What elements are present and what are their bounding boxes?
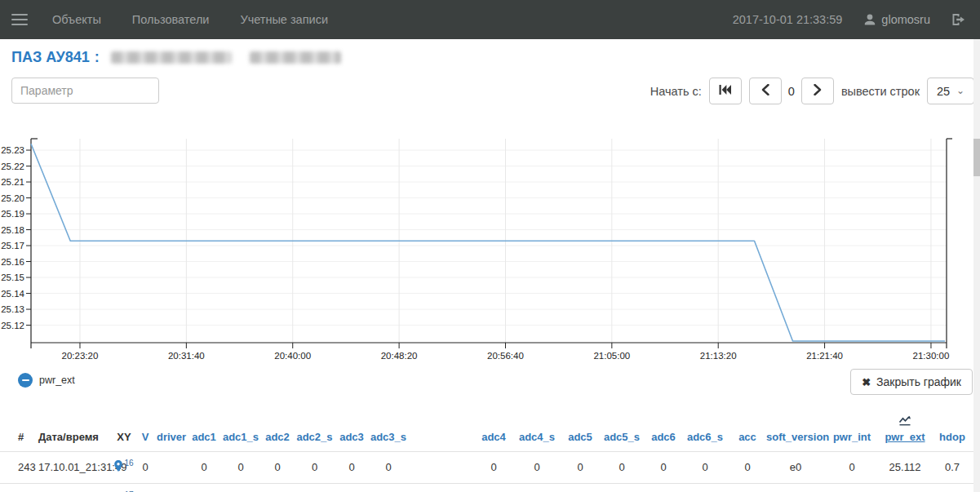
cell-adc2: 0 xyxy=(259,451,295,483)
cell-adc1_s xyxy=(222,483,259,492)
column-header-adc2_s[interactable]: adc2_s xyxy=(295,406,334,451)
cell-driver xyxy=(157,451,186,483)
chevron-down-icon: ⌄ xyxy=(956,85,964,96)
chevron-left-icon xyxy=(761,84,769,99)
cell-pwr_int: 0 xyxy=(825,451,879,483)
cell-adc4_s: 0 xyxy=(512,451,562,483)
column-header-adc3[interactable]: adc3 xyxy=(334,406,370,451)
y-tick-label: 25.14 xyxy=(1,289,24,299)
remove-series-icon xyxy=(18,373,33,388)
x-tick-label: 20:23:20 xyxy=(62,351,99,361)
map-pin-icon[interactable]: 16 xyxy=(114,460,133,472)
prev-page-button[interactable] xyxy=(749,78,782,104)
cell-adc5: 0 xyxy=(562,451,598,483)
x-tick-label: 20:56:40 xyxy=(487,351,524,361)
column-header-adc5_s[interactable]: adc5_s xyxy=(598,406,645,451)
cell-adc4: 0 xyxy=(476,451,512,483)
start-from-label: Начать с: xyxy=(650,85,702,98)
records-table-wrap: #Дата/времяXYVdriveradc1adc1_sadc2adc2_s… xyxy=(0,406,980,492)
column-header-driver[interactable]: driver xyxy=(157,406,186,451)
pagination: Начать с: 0 вывести строк 25 ⌄ xyxy=(650,78,974,104)
skip-to-start-icon xyxy=(719,84,731,99)
cell-adc4 xyxy=(476,483,512,492)
cell-pwr_int xyxy=(825,483,879,492)
cell-v xyxy=(134,483,157,492)
y-tick-label: 25.13 xyxy=(1,304,24,314)
x-tick-label: 20:40:00 xyxy=(274,351,311,361)
topbar: Объекты Пользователи Учетные записи 2017… xyxy=(0,0,980,39)
legend-toggle-pwr_ext[interactable]: pwr_ext xyxy=(18,373,75,388)
first-page-button[interactable] xyxy=(709,78,742,104)
user-menu[interactable]: glomosru xyxy=(863,13,930,26)
cell-soft_version: e0 xyxy=(766,451,825,483)
cell-adc3_s: 0 xyxy=(370,451,407,483)
cell-num: 243 xyxy=(0,451,33,483)
cell-driver xyxy=(157,483,186,492)
scrollbar-thumb[interactable] xyxy=(973,139,980,176)
cell-adc3 xyxy=(334,483,370,492)
cell-adc2 xyxy=(259,483,295,492)
parameter-input[interactable] xyxy=(11,78,159,104)
cell-adc3: 0 xyxy=(334,451,370,483)
close-chart-button[interactable]: ✖ Закрыть график xyxy=(850,369,973,395)
page: Объекты Пользователи Учетные записи 2017… xyxy=(0,0,980,492)
cell-pwr_ext: 25.112 xyxy=(879,451,931,483)
column-header-adc6[interactable]: adc6 xyxy=(645,406,681,451)
column-header-soft_version[interactable]: soft_version xyxy=(766,406,825,451)
cell-adc5_s: 0 xyxy=(598,451,645,483)
cell-hdop xyxy=(931,483,973,492)
column-header-adc2[interactable]: adc2 xyxy=(259,406,295,451)
cell-adc3_s xyxy=(370,483,407,492)
cell-adc2_s: 0 xyxy=(295,451,334,483)
cell-acc xyxy=(729,483,766,492)
logout-icon[interactable] xyxy=(951,13,965,26)
column-header-v[interactable]: V xyxy=(134,406,157,451)
column-header-adc1_s[interactable]: adc1_s xyxy=(222,406,259,451)
menu-item-accounts[interactable]: Учетные записи xyxy=(240,13,328,26)
column-header-adc6_s[interactable]: adc6_s xyxy=(681,406,729,451)
chart-icon xyxy=(898,415,911,428)
chart-legend-row: pwr_ext ✖ Закрыть график xyxy=(0,366,980,396)
cell-adc6: 0 xyxy=(645,451,681,483)
cell-adc6 xyxy=(645,483,681,492)
records-table: #Дата/времяXYVdriveradc1adc1_sadc2adc2_s… xyxy=(0,406,980,492)
cell-datetime: 17.10.01_21:31:49 xyxy=(33,451,114,483)
table-row: 17.10.01_21:31:4917 xyxy=(0,483,980,492)
cell-xy[interactable]: 17 xyxy=(114,483,134,492)
column-header-pwr_int[interactable]: pwr_int xyxy=(825,406,879,451)
column-header-adc4_s[interactable]: adc4_s xyxy=(512,406,562,451)
hamburger-menu-icon[interactable] xyxy=(11,14,28,25)
menu-item-objects[interactable]: Объекты xyxy=(52,13,101,26)
cell-adc4_s xyxy=(512,483,562,492)
table-header-row: #Дата/времяXYVdriveradc1adc1_sadc2adc2_s… xyxy=(0,406,980,451)
y-tick-label: 25.18 xyxy=(1,225,24,235)
main-menu: Объекты Пользователи Учетные записи xyxy=(52,13,328,26)
redacted-text-2 xyxy=(250,51,341,64)
column-header-xy: XY xyxy=(114,406,134,451)
column-header-adc1[interactable]: adc1 xyxy=(186,406,222,451)
cell-hdop: 0.7 xyxy=(931,451,973,483)
menu-item-users[interactable]: Пользователи xyxy=(132,13,210,26)
cell-xy[interactable]: 16 xyxy=(114,451,134,483)
column-header-pwr_ext[interactable]: pwr_ext xyxy=(879,406,931,451)
series-line-pwr_ext xyxy=(31,144,945,341)
cell-adc1: 0 xyxy=(186,451,222,483)
cell-datetime: 17.10.01_21:31:49 xyxy=(33,483,114,492)
chart-area: 25.2325.2225.2125.2025.1925.1825.1725.16… xyxy=(0,131,980,375)
y-tick-label: 25.23 xyxy=(1,145,24,155)
cell-adc1 xyxy=(186,483,222,492)
x-tick-label: 20:48:20 xyxy=(381,351,418,361)
column-header-acc[interactable]: acc xyxy=(729,406,766,451)
column-header-adc3_s[interactable]: adc3_s xyxy=(370,406,407,451)
column-header-adc4[interactable]: adc4 xyxy=(476,406,512,451)
rows-per-page-select[interactable]: 25 ⌄ xyxy=(927,78,974,104)
x-tick-label: 20:31:40 xyxy=(168,351,205,361)
column-header-adc5[interactable]: adc5 xyxy=(562,406,598,451)
cell-pwr_ext xyxy=(879,483,931,492)
next-page-button[interactable] xyxy=(801,78,834,104)
column-header-hdop[interactable]: hdop xyxy=(931,406,973,451)
column-header-num: # xyxy=(0,406,33,451)
scrollbar-track[interactable] xyxy=(973,39,980,492)
spacer-cell xyxy=(407,483,476,492)
chart-svg: 25.2325.2225.2125.2025.1925.1825.1725.16… xyxy=(0,131,980,375)
